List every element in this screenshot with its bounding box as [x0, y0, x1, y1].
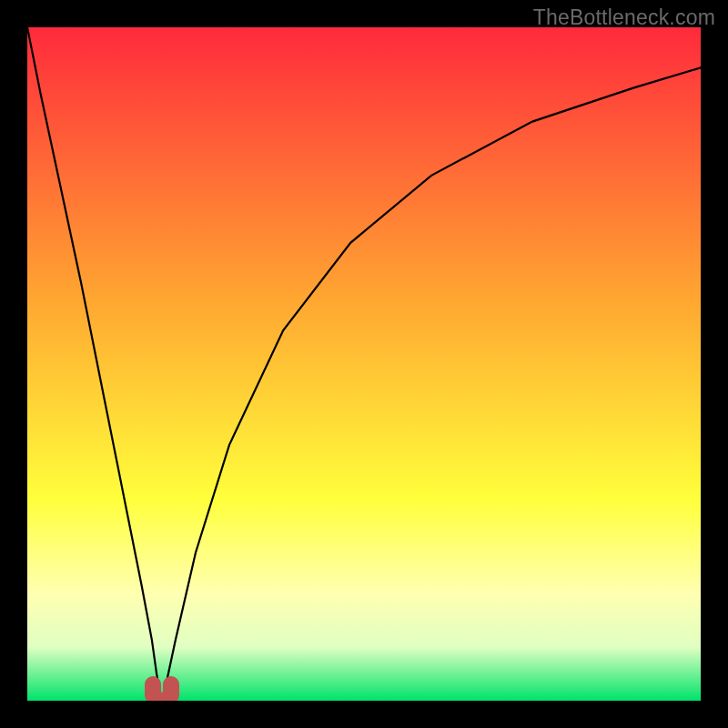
bottleneck-curve [27, 27, 701, 701]
watermark-text: TheBottleneck.com [533, 5, 715, 30]
chart-frame: TheBottleneck.com [0, 0, 728, 728]
plot-area [27, 27, 701, 701]
